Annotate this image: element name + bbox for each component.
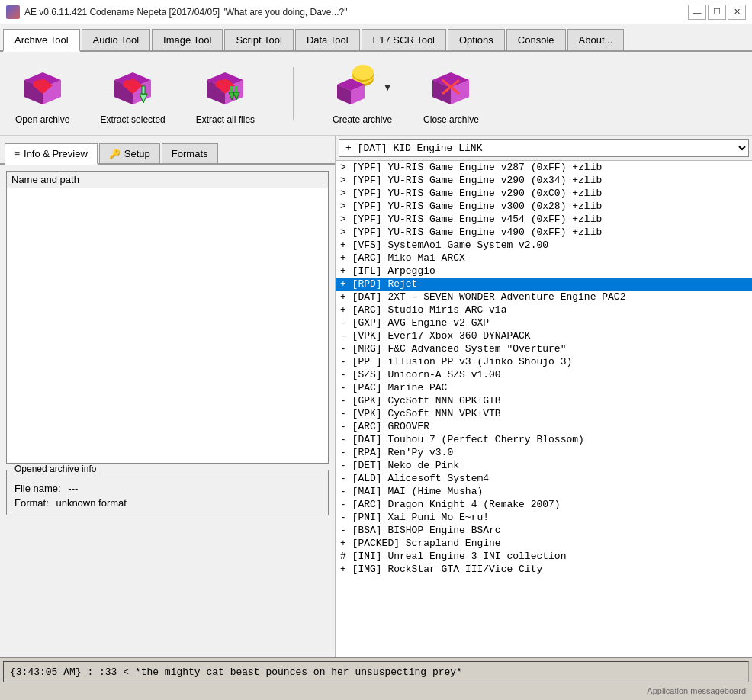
- file-name-label: File name:: [14, 483, 61, 494]
- create-wrapper: ▼: [332, 63, 393, 111]
- left-tab-setup[interactable]: 🔑Setup: [99, 143, 160, 163]
- file-list-item[interactable]: - [DAT] Touhou 7 (Perfect Cherry Blossom…: [336, 433, 752, 446]
- tab-archive-tool[interactable]: Archive Tool: [3, 29, 80, 52]
- file-list-item[interactable]: # [INI] Unreal Engine 3 INI collection: [336, 550, 752, 563]
- tab-options[interactable]: Options: [448, 29, 505, 50]
- file-list-item[interactable]: > [YPF] YU-RIS Game Engine v490 (0xFF) +…: [336, 226, 752, 239]
- file-list-item[interactable]: - [VPK] Ever17 Xbox 360 DYNAPACK: [336, 329, 752, 342]
- file-list-item[interactable]: + [IMG] RockStar GTA III/Vice City: [336, 563, 752, 576]
- file-list-item[interactable]: - [BSA] BISHOP Engine BSArc: [336, 524, 752, 537]
- left-tab-label-2: Formats: [172, 148, 208, 159]
- file-list-item[interactable]: - [VPK] CycSoft NNN VPK+VTB: [336, 407, 752, 420]
- name-path-label: Name and path: [7, 172, 328, 188]
- file-list-item[interactable]: + [IFL] Arpeggio: [336, 265, 752, 278]
- left-tab-label-1: Setup: [124, 148, 150, 159]
- tab-script-tool[interactable]: Script Tool: [224, 29, 293, 50]
- open-archive-label: Open archive: [15, 114, 69, 125]
- left-panel: ≡Info & Preview🔑SetupFormats Name and pa…: [0, 136, 336, 657]
- titlebar: AE v0.6.11.421 Codename Nepeta [2017/04/…: [0, 0, 752, 24]
- file-list-item[interactable]: - [ARC] GROOVER: [336, 420, 752, 433]
- tab-e17-scr-tool[interactable]: E17 SCR Tool: [362, 29, 446, 50]
- extract-all-icon: [201, 63, 249, 111]
- file-list-item[interactable]: + [DAT] 2XT - SEVEN WONDER Adventure Eng…: [336, 291, 752, 303]
- create-archive-icon: [332, 63, 381, 111]
- extract-selected-button[interactable]: Extract selected: [100, 63, 165, 125]
- tab-console[interactable]: Console: [506, 29, 566, 50]
- right-header: + [DAT] KID Engine LiNK: [336, 136, 752, 161]
- close-archive-icon: [426, 63, 475, 111]
- file-list-item[interactable]: > [YPF] YU-RIS Game Engine v454 (0xFF) +…: [336, 213, 752, 226]
- file-list-item[interactable]: - [PNI] Xai Puni Mo E~ru!: [336, 511, 752, 524]
- tab-image-tool[interactable]: Image Tool: [152, 29, 223, 50]
- extract-selected-icon: [108, 63, 157, 111]
- toolbar-separator: [293, 67, 294, 120]
- file-list-item[interactable]: > [YPF] YU-RIS Game Engine v290 (0xC0) +…: [336, 187, 752, 200]
- file-list-item[interactable]: + [RPD] Rejet: [336, 278, 752, 291]
- archive-info-box: Opened archive info File name: --- Forma…: [6, 470, 329, 515]
- file-list-item[interactable]: - [RPA] Ren'Py v3.0: [336, 446, 752, 459]
- file-list-item[interactable]: + [VFS] SystemAoi Game System v2.00: [336, 239, 752, 252]
- extract-all-label: Extract all files: [196, 114, 255, 125]
- right-panel: + [DAT] KID Engine LiNK > [YPF] YU-RIS G…: [336, 136, 752, 657]
- left-tab-info---preview[interactable]: ≡Info & Preview: [5, 143, 98, 165]
- format-label: Format:: [14, 497, 49, 509]
- file-list-item[interactable]: - [GPK] CycSoft NNN GPK+GTB: [336, 394, 752, 407]
- close-archive-label: Close archive: [423, 114, 479, 125]
- file-list-item[interactable]: - [ARC] Dragon Knight 4 (Remake 2007): [336, 498, 752, 511]
- file-list-item[interactable]: - [MAI] MAI (Hime Musha): [336, 485, 752, 498]
- tab-audio-tool[interactable]: Audio Tool: [82, 29, 150, 50]
- create-archive-button[interactable]: ▼ Create archive: [332, 63, 393, 125]
- svg-rect-13: [142, 86, 145, 94]
- create-archive-dropdown[interactable]: ▼: [382, 65, 393, 109]
- file-name-row: File name: ---: [14, 483, 320, 494]
- titlebar-title: AE v0.6.11.421 Codename Nepeta [2017/04/…: [24, 7, 347, 18]
- left-tab-icon-1: 🔑: [109, 149, 121, 159]
- file-list-item[interactable]: - [MRG] F&C Advanced System "Overture": [336, 342, 752, 355]
- format-dropdown[interactable]: + [DAT] KID Engine LiNK: [339, 139, 749, 157]
- close-archive-button[interactable]: Close archive: [423, 63, 479, 125]
- svg-rect-21: [230, 86, 233, 92]
- tab-data-tool[interactable]: Data Tool: [295, 29, 360, 50]
- left-tab-icon-0: ≡: [14, 149, 20, 159]
- open-archive-icon: [18, 63, 67, 111]
- file-list-item[interactable]: - [SZS] Unicorn-A SZS v1.00: [336, 368, 752, 381]
- maximize-button[interactable]: ☐: [708, 5, 726, 20]
- svg-rect-23: [235, 86, 238, 92]
- tab-about---[interactable]: About...: [567, 29, 625, 50]
- statusbar: {3:43:05 AM} : :33 < *the mighty cat bea…: [0, 657, 752, 700]
- titlebar-left: AE v0.6.11.421 Codename Nepeta [2017/04/…: [6, 5, 347, 19]
- titlebar-controls: — ☐ ✕: [688, 5, 746, 20]
- file-list-item[interactable]: - [ALD] Alicesoft System4: [336, 472, 752, 485]
- main-content: ≡Info & Preview🔑SetupFormats Name and pa…: [0, 136, 752, 657]
- name-path-area: Name and path: [0, 165, 335, 470]
- file-list-item[interactable]: > [YPF] YU-RIS Game Engine v287 (0xFF) +…: [336, 161, 752, 174]
- file-list-item[interactable]: > [YPF] YU-RIS Game Engine v300 (0x28) +…: [336, 200, 752, 213]
- extract-all-button[interactable]: Extract all files: [196, 63, 255, 125]
- status-message: {3:43:05 AM} : :33 < *the mighty cat bea…: [3, 661, 749, 682]
- file-list-item[interactable]: + [ARC] Studio Miris ARC v1a: [336, 303, 752, 316]
- app-icon: [6, 5, 20, 19]
- format-row: Format: unknown format: [14, 497, 320, 509]
- file-list[interactable]: > [YPF] YU-RIS Game Engine v287 (0xFF) +…: [336, 161, 752, 657]
- file-list-item[interactable]: - [PAC] Marine PAC: [336, 381, 752, 394]
- file-list-item[interactable]: + [ARC] Miko Mai ARCX: [336, 252, 752, 265]
- name-path-content: [7, 188, 328, 463]
- toolbar: Open archive Extract selected: [0, 52, 752, 136]
- archive-info-title: Opened archive info: [11, 464, 99, 474]
- create-archive-label: Create archive: [333, 114, 392, 125]
- extract-selected-label: Extract selected: [100, 114, 165, 125]
- left-tabs: ≡Info & Preview🔑SetupFormats: [0, 136, 335, 165]
- minimize-button[interactable]: —: [688, 5, 706, 20]
- file-list-item[interactable]: - [GXP] AVG Engine v2 GXP: [336, 316, 752, 329]
- open-archive-button[interactable]: Open archive: [15, 63, 69, 125]
- file-list-item[interactable]: - [DET] Neko de Pink: [336, 459, 752, 472]
- close-button[interactable]: ✕: [728, 5, 746, 20]
- left-tab-formats[interactable]: Formats: [162, 143, 218, 163]
- svg-point-27: [352, 65, 374, 80]
- file-list-item[interactable]: > [YPF] YU-RIS Game Engine v290 (0x34) +…: [336, 174, 752, 187]
- file-list-item[interactable]: + [PACKED] Scrapland Engine: [336, 537, 752, 550]
- file-list-item[interactable]: - [PP ] illusion PP v3 (Jinko Shoujo 3): [336, 355, 752, 368]
- application-messageboard: Application messageboard: [0, 685, 752, 700]
- file-name-value: ---: [68, 483, 78, 494]
- format-value: unknown format: [56, 497, 127, 509]
